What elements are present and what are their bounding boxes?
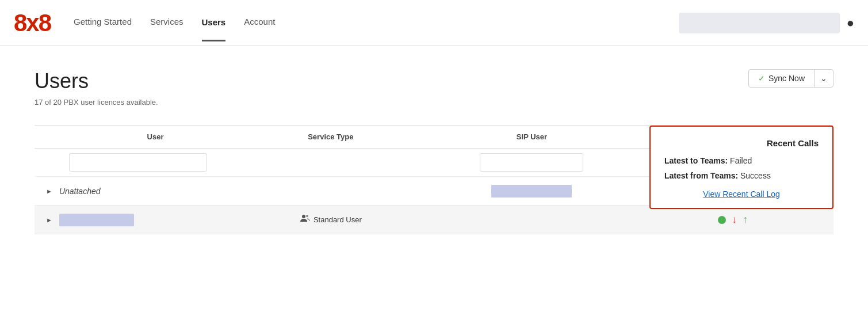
sync-button[interactable]: ✓ Sync Now ⌄ xyxy=(748,69,833,88)
user-name-blue-block xyxy=(59,214,134,226)
view-recent-call-log-link[interactable]: View Recent Call Log xyxy=(664,189,819,199)
latest-from-teams-row: Latest from Teams: Success xyxy=(664,171,819,180)
user-filter-input[interactable] xyxy=(69,153,207,172)
sync-dropdown-arrow[interactable]: ⌄ xyxy=(815,70,833,87)
nav-services[interactable]: Services xyxy=(150,17,183,29)
nav-account[interactable]: Account xyxy=(244,17,275,29)
service-type-label: Standard User xyxy=(313,215,362,224)
page-title: Users xyxy=(35,69,158,93)
expand-arrow-icon[interactable]: ► xyxy=(46,188,52,195)
row-service-type-standard: Standard User xyxy=(230,214,431,226)
sync-button-label: Sync Now xyxy=(768,74,805,83)
col-service-type: Service Type xyxy=(230,132,431,141)
service-type-icon xyxy=(300,214,310,226)
recent-calls-title: Recent Calls xyxy=(664,138,819,148)
svg-point-0 xyxy=(302,215,305,218)
sync-button-main[interactable]: ✓ Sync Now xyxy=(749,70,815,87)
latest-from-teams-value: Success xyxy=(740,171,771,180)
arrow-up-icon[interactable]: ↑ xyxy=(743,214,748,226)
header: 8x8 Getting Started Services Users Accou… xyxy=(0,0,868,46)
expand-arrow-icon[interactable]: ► xyxy=(46,217,52,223)
row-expand-unattached: ► Unattached xyxy=(35,187,230,196)
sync-check-icon: ✓ xyxy=(758,74,765,83)
latest-from-teams-label: Latest from Teams: xyxy=(664,171,738,180)
main-content: Users 17 of 20 PBX user licences availab… xyxy=(0,46,868,234)
user-icon[interactable]: ● xyxy=(847,16,854,31)
recent-calls-popup: Recent Calls Latest to Teams: Failed Lat… xyxy=(649,126,833,209)
main-nav: Getting Started Services Users Account xyxy=(74,17,679,29)
header-right: ● xyxy=(679,13,854,33)
logo-text: 8x8 xyxy=(14,9,51,36)
logo[interactable]: 8x8 xyxy=(14,11,51,35)
row-sip-unattached xyxy=(431,185,633,198)
sip-filter-input[interactable] xyxy=(480,153,583,172)
users-table: User Service Type SIP User ► Unattached xyxy=(35,125,833,234)
nav-getting-started[interactable]: Getting Started xyxy=(74,17,132,29)
arrow-down-icon[interactable]: ↓ xyxy=(732,214,737,226)
table-row: ► Standard User ↓ ↑ xyxy=(35,206,833,234)
row-actions-standard: ↓ ↑ xyxy=(632,214,833,226)
status-green-dot xyxy=(718,216,726,224)
nav-users[interactable]: Users xyxy=(202,17,226,41)
col-sip-user: SIP User xyxy=(431,132,633,141)
latest-to-teams-label: Latest to Teams: xyxy=(664,156,728,165)
latest-to-teams-value: Failed xyxy=(730,156,752,165)
sync-area: ✓ Sync Now ⌄ xyxy=(748,69,833,88)
row-name-unattached: Unattached xyxy=(59,187,101,196)
row-expand-standard: ► xyxy=(35,214,230,226)
page-subtitle: 17 of 20 PBX user licences available. xyxy=(35,98,158,107)
svg-point-1 xyxy=(306,215,308,217)
latest-to-teams-row: Latest to Teams: Failed xyxy=(664,156,819,165)
search-bar[interactable] xyxy=(679,13,840,33)
sip-blue-block xyxy=(491,185,572,198)
col-user: User xyxy=(35,132,230,141)
